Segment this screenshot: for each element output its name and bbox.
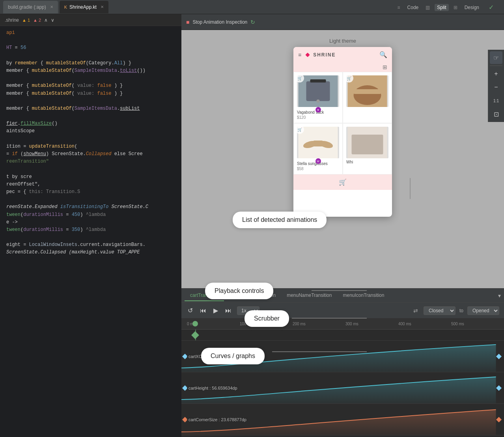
curve-label-3: cartCornerSize : 23.678877dp bbox=[187, 417, 248, 422]
filter-bar: ⊞ bbox=[293, 62, 392, 72]
reset-btn[interactable]: ↺ bbox=[186, 306, 194, 315]
code-line bbox=[0, 113, 181, 120]
fit-btn[interactable]: ⊡ bbox=[490, 108, 502, 120]
scrubber-row bbox=[181, 330, 504, 341]
nav-up[interactable]: ∧ bbox=[44, 17, 48, 23]
split-view-btn[interactable]: Split bbox=[435, 4, 448, 11]
main-layout: .shrine ▲ 1 ▲ 2 ∧ ∨ api HT = 56 by remem… bbox=[0, 14, 504, 437]
code-line: ScreenState.Collapsed (maxHeight.value T… bbox=[0, 249, 181, 256]
product-grid: 🛒 ♥ Vagabond sack bbox=[293, 72, 392, 123]
kotlin-icon: K bbox=[64, 5, 67, 9]
split-icon: ▥ bbox=[423, 4, 432, 11]
code-line bbox=[0, 196, 181, 203]
code-line: fier.fillMaxSize() bbox=[0, 120, 181, 128]
code-line: reenState.Expanded isTransitioningTo Scr… bbox=[0, 203, 181, 211]
code-line: = if (showMenu) ScreenState.Collapsed el… bbox=[0, 150, 181, 158]
code-line: e -> bbox=[0, 219, 181, 226]
code-line: by remember { mutableStateOf(Category.Al… bbox=[0, 60, 181, 67]
product-card-4: Whi bbox=[343, 123, 392, 174]
code-line: t by scre bbox=[0, 173, 181, 181]
code-line: ition = updateTransition( bbox=[0, 143, 181, 150]
tab-shrineapp-close[interactable]: ✕ bbox=[101, 5, 104, 9]
code-line: member { mutableStateOf(SampleItemsData.… bbox=[0, 67, 181, 75]
code-line: tween(durationMillis = 450) ^lambda bbox=[0, 211, 181, 219]
shrine-diamond-icon bbox=[304, 52, 311, 58]
product-grid-2: 🛒 W Stella sunglasses bbox=[293, 123, 392, 174]
cart-btn-2[interactable]: 🛒 bbox=[345, 74, 353, 83]
design-icon: ⊞ bbox=[451, 4, 460, 11]
swap-icon[interactable]: ⇄ bbox=[413, 308, 418, 314]
view-toggle: ≡ Code ▥ Split ⊞ Design ✓ bbox=[392, 2, 499, 13]
ruler-labels: 0 ms 100 ms 200 ms 300 ms 400 ms 500 ms bbox=[181, 322, 504, 326]
to-label: to bbox=[459, 308, 463, 313]
zoom-in-btn[interactable]: + bbox=[490, 68, 502, 80]
stop-animation-btn[interactable]: Stop Animation Inspection bbox=[192, 19, 247, 25]
reset-zoom-btn[interactable]: 1:1 bbox=[490, 94, 502, 107]
tab-gradle-label: build.gradle (:app) bbox=[8, 4, 46, 10]
tab-gradle-close[interactable]: ✕ bbox=[50, 5, 53, 9]
product-card-1: 🛒 ♥ Vagabond sack bbox=[293, 72, 343, 123]
callout-playback: Playback controls bbox=[205, 283, 273, 299]
wishlist-dot: ♥ bbox=[315, 107, 321, 113]
svg-rect-0 bbox=[306, 53, 310, 57]
right-panel: ■ Stop Animation Inspection ↻ Light them… bbox=[181, 14, 504, 437]
tab-bar: build.gradle (:app) ✕ K ShrineApp.kt ✕ ≡… bbox=[0, 0, 504, 14]
ruler-mark-200: 200 ms bbox=[293, 322, 345, 326]
anim-toolbar: ■ Stop Animation Inspection ↻ bbox=[181, 14, 504, 30]
tab-menu-name-transition[interactable]: menuNameTransition bbox=[281, 290, 337, 301]
from-state-select[interactable]: Closed Opened bbox=[424, 306, 455, 315]
zoom-out-btn[interactable]: − bbox=[490, 81, 502, 94]
code-line bbox=[0, 165, 181, 173]
tabs-more-arrow[interactable]: ▾ bbox=[498, 293, 501, 299]
curve-label-2: cartHeight : 56.659634dp bbox=[187, 385, 239, 391]
step-back-btn[interactable]: ⏮ bbox=[198, 306, 208, 315]
theme-label: Light theme bbox=[329, 38, 356, 44]
code-line: eight = LocalWindowInsets.current.naviga… bbox=[0, 241, 181, 249]
code-line bbox=[0, 135, 181, 143]
code-line bbox=[0, 52, 181, 60]
code-area: api HT = 56 by remember { mutableStateOf… bbox=[0, 26, 181, 437]
cart-btn-3[interactable]: 🛒 bbox=[295, 125, 304, 134]
phone-mockup: ≡ SHRINE 🔍 ⊞ 🛒 bbox=[293, 47, 392, 217]
product-card-3: 🛒 W Stella sunglasses bbox=[293, 123, 343, 174]
svg-rect-13 bbox=[352, 135, 383, 154]
code-line bbox=[0, 37, 181, 44]
product-img-4 bbox=[346, 127, 388, 158]
code-view-btn[interactable]: Code bbox=[405, 4, 421, 11]
stop-icon: ■ bbox=[186, 19, 189, 25]
cart-btn-1[interactable]: 🛒 bbox=[295, 74, 304, 83]
to-state-select[interactable]: Opened Closed bbox=[467, 306, 499, 315]
file-path: .shrine bbox=[5, 17, 19, 23]
callout-scrubber: Scrubber bbox=[245, 310, 289, 327]
pointer-tool-btn[interactable]: ☞ bbox=[490, 51, 502, 64]
checkmark-icon: ✓ bbox=[486, 3, 496, 12]
file-header: .shrine ▲ 1 ▲ 2 ∧ ∨ bbox=[0, 14, 181, 26]
callout-animations: List of detected animations bbox=[233, 212, 327, 228]
design-view-btn[interactable]: Design bbox=[462, 4, 482, 11]
code-line: tween(durationMillis = 350) ^lambda bbox=[0, 226, 181, 234]
cart-bottom-icon[interactable]: 🛒 bbox=[339, 178, 347, 186]
playhead-indicator[interactable] bbox=[192, 321, 198, 326]
scrubber-diamond[interactable] bbox=[191, 331, 199, 339]
timeline-area: 0 ms 100 ms 200 ms 300 ms 400 ms 500 ms bbox=[181, 319, 504, 437]
ruler-mark-400: 400 ms bbox=[398, 322, 451, 326]
svg-rect-2 bbox=[306, 81, 330, 101]
play-btn[interactable]: ▶ bbox=[212, 306, 220, 315]
code-line: HT = 56 bbox=[0, 44, 181, 52]
hamburger-icon: ≡ bbox=[395, 4, 403, 11]
curve-row-2: cartHeight : 56.659634dp bbox=[181, 372, 504, 404]
filter-icon[interactable]: ⊞ bbox=[383, 64, 387, 70]
playback-row: ↺ ⏮ ▶ ⏭ 1x 0.5x 2x ⇄ Closed Opened to Op… bbox=[181, 303, 504, 319]
code-line bbox=[0, 234, 181, 241]
product-card-2: 🛒 bbox=[343, 72, 392, 123]
tab-menu-icon-transition[interactable]: menuIconTransition bbox=[337, 290, 390, 301]
nav-down[interactable]: ∨ bbox=[51, 17, 54, 23]
step-forward-btn[interactable]: ⏭ bbox=[224, 306, 233, 315]
search-icon[interactable]: 🔍 bbox=[379, 51, 387, 58]
tab-shrineapp[interactable]: K ShrineApp.kt ✕ bbox=[60, 1, 108, 13]
tab-gradle[interactable]: build.gradle (:app) ✕ bbox=[3, 1, 58, 13]
refresh-icon[interactable]: ↻ bbox=[250, 19, 255, 25]
code-line bbox=[0, 98, 181, 105]
svg-point-4 bbox=[317, 99, 320, 103]
code-line: member { mutableStateOf(SampleItemsData.… bbox=[0, 105, 181, 113]
